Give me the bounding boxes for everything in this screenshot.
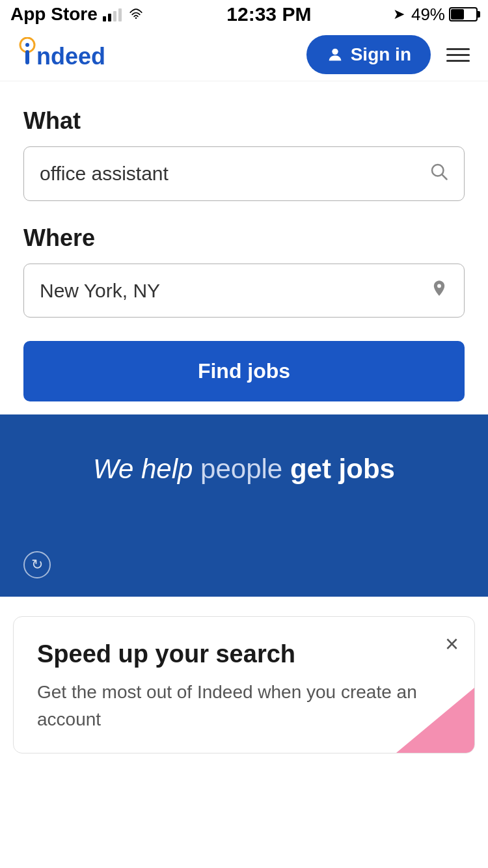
navbar: ndeed Sign in (0, 29, 488, 81)
svg-point-2 (25, 43, 29, 47)
battery-container: 49% (411, 5, 478, 25)
battery-icon (449, 7, 478, 21)
nav-right: Sign in (306, 35, 472, 74)
promo-graphic (396, 688, 474, 753)
tagline: We help people get jobs (93, 454, 395, 485)
tagline-part2: people (200, 454, 282, 484)
find-jobs-button[interactable]: Find jobs (23, 341, 465, 401)
what-label: What (23, 107, 465, 135)
logo-svg: ndeed (16, 37, 120, 72)
menu-button[interactable] (444, 46, 472, 64)
where-input-wrapper[interactable] (23, 264, 465, 318)
search-icon (429, 161, 448, 186)
hamburger-line-1 (446, 48, 470, 50)
status-right: ➤ 49% (393, 5, 478, 25)
svg-rect-3 (25, 50, 29, 64)
location-arrow-icon: ➤ (393, 6, 405, 23)
battery-percent: 49% (411, 5, 445, 25)
sign-in-button[interactable]: Sign in (306, 35, 431, 74)
svg-point-8 (437, 284, 441, 288)
sign-in-label: Sign in (351, 44, 411, 65)
svg-point-5 (332, 49, 338, 55)
tagline-part3: get jobs (290, 454, 395, 484)
location-pin-icon (430, 278, 448, 303)
tagline-part1: We help (93, 454, 193, 484)
status-left: App Store (10, 4, 145, 25)
where-input[interactable] (40, 280, 430, 302)
promo-title: Speed up your search (37, 640, 451, 668)
clock: 12:33 PM (226, 3, 311, 25)
person-icon (326, 46, 344, 64)
where-label: Where (23, 224, 465, 252)
signal-icon (103, 7, 122, 21)
svg-line-7 (442, 175, 447, 180)
what-input[interactable] (40, 163, 429, 185)
hamburger-line-2 (446, 54, 470, 56)
promo-body: Get the most out of Indeed when you crea… (37, 679, 451, 733)
indeed-logo: ndeed (16, 37, 120, 72)
close-promo-button[interactable]: × (445, 632, 459, 656)
pink-triangle-decoration (396, 688, 474, 753)
hamburger-line-3 (446, 60, 470, 62)
search-section: What Where Find jobs (0, 81, 488, 414)
blue-banner: We help people get jobs ↻ (0, 414, 488, 597)
refresh-button[interactable]: ↻ (23, 551, 51, 578)
svg-point-0 (135, 18, 137, 20)
carrier-label: App Store (10, 4, 98, 25)
status-bar: App Store 12:33 PM ➤ 49% (0, 0, 488, 29)
wifi-icon (127, 8, 145, 21)
promo-card: × Speed up your search Get the most out … (13, 616, 475, 753)
svg-text:ndeed: ndeed (36, 43, 105, 70)
what-input-wrapper[interactable] (23, 146, 465, 201)
refresh-icon: ↻ (31, 556, 43, 573)
